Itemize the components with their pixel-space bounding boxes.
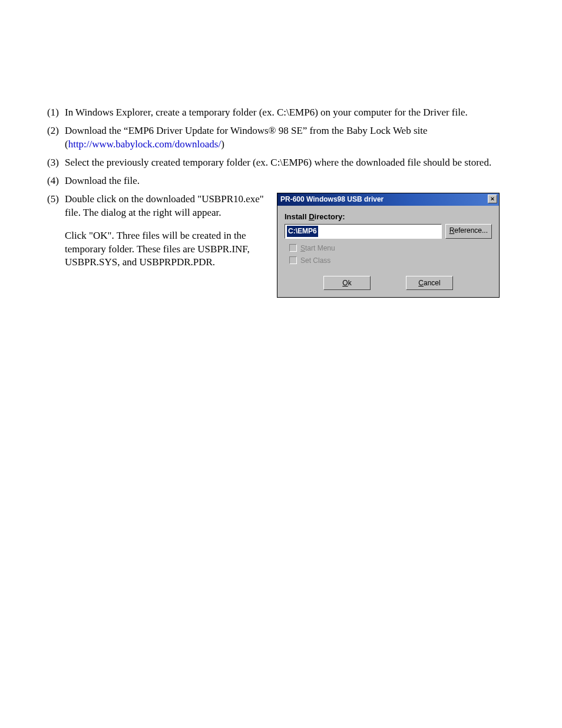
step-5: (5) Double click on the downloaded "USBP… <box>47 193 518 298</box>
download-link[interactable]: http://www.babylock.com/downloads/ <box>68 139 222 150</box>
step-number: (3) <box>47 156 65 170</box>
start-menu-checkbox <box>289 244 297 252</box>
dialog-title: PR-600 Windows98 USB driver <box>280 195 384 204</box>
install-directory-value: C:\EMP6 <box>287 226 318 236</box>
step-1: (1) In Windows Explorer, create a tempor… <box>47 106 518 120</box>
step-4: (4) Download the file. <box>47 174 518 188</box>
step-number: (5) <box>47 193 65 298</box>
step-text: In Windows Explorer, create a temporary … <box>65 106 518 120</box>
set-class-checkbox <box>289 256 297 264</box>
install-directory-label: Install Directory: <box>285 212 492 222</box>
step-text: Download the “EMP6 Driver Update for Win… <box>65 124 518 151</box>
set-class-label: Set Class <box>300 256 330 265</box>
cancel-button[interactable]: Cancel <box>406 276 453 290</box>
step-text-post: ) <box>221 139 224 150</box>
install-directory-input[interactable]: C:\EMP6 <box>285 224 442 238</box>
step-3: (3) Select the previously created tempor… <box>47 156 518 170</box>
step-number: (2) <box>47 124 65 151</box>
start-menu-checkbox-row: Start Menu <box>289 243 492 253</box>
step-text-p1: Double click on the downloaded "USBPR10.… <box>65 193 271 220</box>
step-number: (4) <box>47 174 65 188</box>
step-text: Select the previously created temporary … <box>65 156 518 170</box>
ok-button[interactable]: Ok <box>323 276 371 290</box>
step-text-p2: Click "OK". Three files will be created … <box>65 229 271 270</box>
step-2: (2) Download the “EMP6 Driver Update for… <box>47 124 518 151</box>
set-class-checkbox-row: Set Class <box>289 256 492 265</box>
reference-button[interactable]: Reference... <box>445 224 492 238</box>
step-number: (1) <box>47 106 65 120</box>
close-button[interactable]: × <box>488 195 497 203</box>
dialog-titlebar[interactable]: PR-600 Windows98 USB driver × <box>277 193 499 206</box>
step-text: Download the file. <box>65 174 518 188</box>
driver-dialog: PR-600 Windows98 USB driver × Install Di… <box>277 193 500 298</box>
start-menu-label: Start Menu <box>300 243 335 253</box>
